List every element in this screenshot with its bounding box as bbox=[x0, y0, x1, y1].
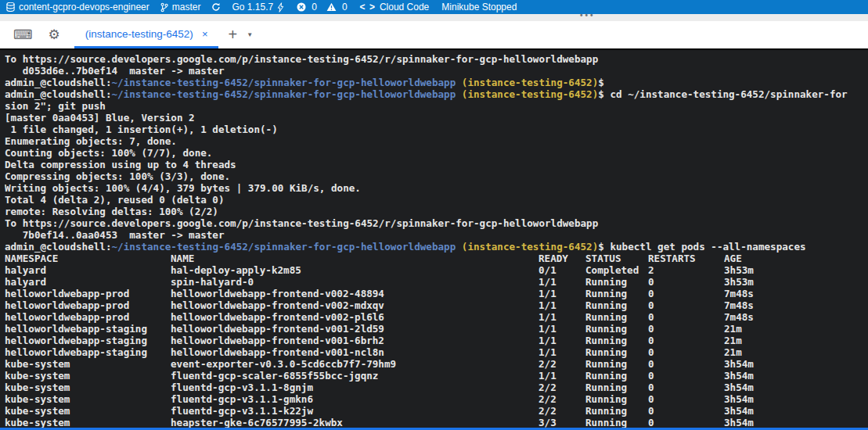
terminal-line: 7b0ef14..0aa0453 master -> master bbox=[5, 229, 868, 241]
pod-cell: 3h54m bbox=[724, 370, 868, 382]
pod-cell: 1/1 bbox=[538, 276, 585, 288]
pod-cell: helloworldwebapp-frontend-v002-mdxqv bbox=[171, 299, 538, 311]
tab-instance-testing-6452[interactable]: (instance-testing-6452) × bbox=[74, 21, 219, 48]
pod-cell: 21m bbox=[724, 346, 868, 358]
pod-cell: RESTARTS bbox=[648, 253, 724, 264]
pod-cell: 1/1 bbox=[538, 323, 585, 335]
pod-row: helloworldwebapp-prodhelloworldwebapp-fr… bbox=[5, 288, 868, 299]
pod-row: kube-systemfluentd-gcp-v3.1.1-k22jw2/2Ru… bbox=[5, 405, 868, 417]
pod-cell: kube-system bbox=[5, 393, 171, 405]
terminal-text-segment: Compressing objects: 100% (3/3), done. bbox=[5, 170, 230, 182]
ellipsis-drag-handle[interactable]: ••• bbox=[580, 11, 596, 20]
pod-cell: 0 bbox=[648, 405, 724, 417]
pod-cell: 0 bbox=[648, 323, 724, 335]
terminal-text-segment: Enumerating objects: 7, done. bbox=[5, 135, 177, 147]
pod-row: helloworldwebapp-prodhelloworldwebapp-fr… bbox=[5, 311, 868, 323]
pod-cell: 3h53m bbox=[724, 264, 868, 276]
pod-cell: Running bbox=[585, 370, 648, 382]
pod-cell: 3h54m bbox=[724, 417, 868, 428]
pod-cell: NAME bbox=[171, 253, 538, 264]
terminal-text-segment: 1 file changed, 1 insertion(+), 1 deleti… bbox=[5, 124, 278, 135]
pod-cell: hal-deploy-apply-k2m85 bbox=[171, 264, 538, 276]
pod-row: kube-systemfluentd-gcp-v3.1.1-8gnjm2/2Ru… bbox=[5, 382, 868, 393]
pod-cell: 21m bbox=[724, 335, 868, 346]
minikube-status[interactable]: Minikube Stopped bbox=[441, 2, 517, 13]
terminal-text-segment: admin_@cloudshell: bbox=[5, 88, 111, 100]
pod-cell: helloworldwebapp-staging bbox=[5, 335, 171, 346]
pod-cell: Running bbox=[585, 323, 648, 335]
pod-cell: 7m48s bbox=[724, 299, 868, 311]
terminal-output[interactable]: To https://source.developers.google.com/… bbox=[0, 48, 868, 430]
git-branch-icon bbox=[160, 2, 168, 13]
pod-cell: helloworldwebapp-prod bbox=[5, 299, 171, 311]
pod-row: kube-systemevent-exporter-v0.3.0-5cd6ccb… bbox=[5, 358, 868, 370]
terminal-text-segment: sion 2"; git push bbox=[5, 100, 106, 112]
panel-resize-strip[interactable]: ••• bbox=[0, 14, 868, 21]
terminal-text-segment: Delta compression using up to 4 threads bbox=[5, 159, 236, 170]
terminal-text-segment: ~/instance-testing-6452/spinnaker-for-gc… bbox=[111, 77, 456, 88]
close-icon[interactable]: × bbox=[202, 28, 208, 40]
pod-cell: 2/2 bbox=[538, 405, 585, 417]
warning-count: 0 bbox=[342, 2, 348, 13]
editor-status-bar: content-gcpro-devops-engineer master Go … bbox=[0, 0, 868, 14]
pod-cell: helloworldwebapp-frontend-v002-48894 bbox=[171, 288, 538, 299]
pod-cell: Running bbox=[585, 299, 648, 311]
terminal-text-segment: (instance-testing-6452) bbox=[456, 77, 598, 88]
pod-cell: Running bbox=[585, 288, 648, 299]
terminal-text-segment: (instance-testing-6452) bbox=[456, 88, 598, 100]
terminal-text-segment: To https://source.developers.google.com/… bbox=[5, 217, 598, 229]
pod-cell: helloworldwebapp-staging bbox=[5, 323, 171, 335]
terminal-line: Counting objects: 100% (7/7), done. bbox=[5, 147, 868, 159]
refresh-button[interactable] bbox=[211, 2, 221, 12]
gear-icon[interactable]: ⚙ bbox=[49, 27, 60, 43]
terminal-text-segment: To https://source.developers.google.com/… bbox=[5, 53, 598, 65]
pod-cell: Completed bbox=[585, 264, 648, 276]
terminal-line: Total 4 (delta 2), reused 0 (delta 0) bbox=[5, 194, 868, 206]
error-count: 0 bbox=[312, 2, 317, 13]
terminal-text-segment: (instance-testing-6452) bbox=[456, 241, 598, 253]
git-branch-indicator[interactable]: master bbox=[160, 2, 201, 13]
keyboard-icon[interactable]: ⌨ bbox=[13, 27, 33, 43]
pod-cell: 2/2 bbox=[538, 382, 585, 393]
pod-row: halyardspin-halyard-01/1Running03h53m bbox=[5, 276, 868, 288]
pod-cell: kube-system bbox=[5, 370, 171, 382]
go-version-indicator[interactable]: Go 1.15.7 bbox=[232, 2, 284, 13]
cloud-code-label: Cloud Code bbox=[380, 2, 429, 13]
pod-cell: helloworldwebapp-frontend-v002-pl6l6 bbox=[171, 311, 538, 323]
pod-cell: 3h54m bbox=[724, 405, 868, 417]
plus-icon[interactable]: + bbox=[228, 26, 237, 44]
pod-cell: helloworldwebapp-frontend-v001-6brh2 bbox=[171, 335, 538, 346]
terminal-line: To https://source.developers.google.com/… bbox=[5, 217, 868, 229]
cloud-code-indicator[interactable]: < > Cloud Code bbox=[360, 2, 430, 13]
terminal-text-segment: Counting objects: 100% (7/7), done. bbox=[5, 147, 212, 159]
pod-cell: 3h54m bbox=[724, 382, 868, 393]
terminal-tab-bar: ⌨ ⚙ (instance-testing-6452) × + ▼ bbox=[0, 21, 868, 48]
project-indicator[interactable]: content-gcpro-devops-engineer bbox=[6, 2, 149, 13]
pod-row: kube-systemfluentd-gcp-v3.1.1-gmkn62/2Ru… bbox=[5, 393, 868, 405]
terminal-text-segment: ~/instance-testing-6452/spinnaker-for-gc… bbox=[111, 241, 456, 253]
pod-cell: 1/1 bbox=[538, 346, 585, 358]
terminal-text-segment: $ cd ~/instance-testing-6452/spinnaker-f… bbox=[598, 88, 847, 100]
pods-table-header: NAMESPACENAMEREADYSTATUSRESTARTSAGE bbox=[5, 253, 868, 264]
terminal-line: [master 0aa0453] Blue, Version 2 bbox=[5, 112, 868, 124]
terminal-text-segment: remote: Resolving deltas: 100% (2/2) bbox=[5, 206, 218, 217]
pod-cell: halyard bbox=[5, 276, 171, 288]
pod-cell: halyard bbox=[5, 264, 171, 276]
pod-cell: helloworldwebapp-staging bbox=[5, 346, 171, 358]
pod-cell: 0 bbox=[648, 382, 724, 393]
problems-indicator[interactable]: 0 0 bbox=[297, 2, 347, 13]
terminal-line: 1 file changed, 1 insertion(+), 1 deleti… bbox=[5, 124, 868, 135]
pod-cell: fluentd-gcp-v3.1.1-gmkn6 bbox=[171, 393, 538, 405]
terminal-line: d053d6e..7b0ef14 master -> master bbox=[5, 65, 868, 77]
chevron-down-icon[interactable]: ▼ bbox=[247, 31, 253, 38]
pod-cell: Running bbox=[585, 276, 648, 288]
database-icon bbox=[6, 2, 15, 12]
pod-cell: heapster-gke-6c76577995-2kwbx bbox=[171, 417, 538, 428]
pod-cell: 0 bbox=[648, 288, 724, 299]
pod-cell: 0/1 bbox=[538, 264, 585, 276]
code-brackets-icon: < > bbox=[360, 2, 376, 13]
pod-cell: 0 bbox=[648, 358, 724, 370]
pod-row: helloworldwebapp-staginghelloworldwebapp… bbox=[5, 335, 868, 346]
pod-cell: helloworldwebapp-frontend-v001-ncl8n bbox=[171, 346, 538, 358]
pod-cell: spin-halyard-0 bbox=[171, 276, 538, 288]
